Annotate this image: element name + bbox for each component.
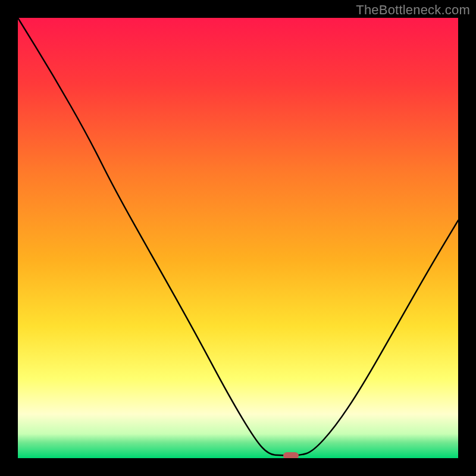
watermark-text: TheBottleneck.com (356, 2, 470, 18)
plot-area (18, 18, 458, 458)
optimal-point-marker (283, 452, 299, 458)
bottleneck-curve (18, 18, 458, 458)
chart-frame: TheBottleneck.com (0, 0, 476, 476)
